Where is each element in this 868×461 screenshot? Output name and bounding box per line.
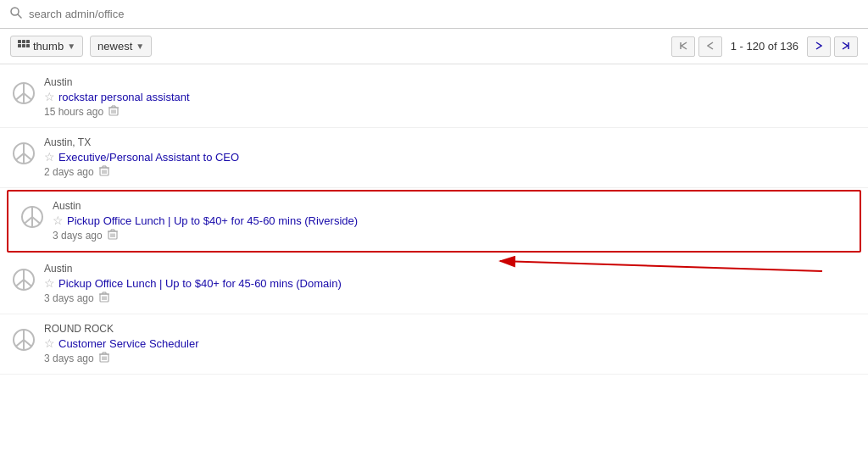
job-meta: 3 days ago xyxy=(53,229,849,242)
job-icon xyxy=(10,140,37,167)
pagination-info: 1 - 120 of 136 xyxy=(726,40,804,53)
job-title-row: ☆ Customer Service Scheduler xyxy=(44,336,858,350)
job-icon xyxy=(10,326,37,353)
job-icon xyxy=(19,203,46,230)
star-icon[interactable]: ☆ xyxy=(44,150,55,164)
next-page-button[interactable] xyxy=(807,36,831,57)
job-content: Austin ☆ rockstar personal assistant 15 … xyxy=(44,76,858,119)
trash-icon[interactable] xyxy=(99,292,109,305)
svg-line-13 xyxy=(24,93,32,100)
search-bar xyxy=(0,0,868,29)
trash-icon[interactable] xyxy=(108,105,119,119)
pagination: 1 - 120 of 136 xyxy=(671,36,858,57)
job-item-2: Austin, TX ☆ Executive/Personal Assistan… xyxy=(0,128,868,188)
job-icon xyxy=(10,266,37,293)
job-content: Austin ☆ Pickup Office Lunch | Up to $40… xyxy=(44,263,858,305)
job-time: 3 days ago xyxy=(53,230,103,242)
first-page-button[interactable] xyxy=(671,36,695,57)
svg-line-1 xyxy=(18,14,21,18)
job-title-link[interactable]: Pickup Office Lunch | Up to $40+ for 45-… xyxy=(58,277,342,290)
svg-rect-7 xyxy=(26,44,30,47)
svg-line-37 xyxy=(32,217,41,224)
star-icon[interactable]: ☆ xyxy=(53,214,64,227)
prev-page-button[interactable] xyxy=(698,36,722,57)
svg-rect-6 xyxy=(22,44,25,47)
job-meta: 3 days ago xyxy=(44,292,858,305)
job-title-row: ☆ rockstar personal assistant xyxy=(44,90,858,103)
job-item-4: Austin ☆ Pickup Office Lunch | Up to $40… xyxy=(0,254,868,314)
job-icon xyxy=(10,80,37,107)
svg-rect-3 xyxy=(22,40,25,43)
star-icon[interactable]: ☆ xyxy=(44,336,55,350)
svg-rect-5 xyxy=(18,44,21,47)
svg-line-60 xyxy=(16,340,25,347)
job-location: Austin xyxy=(44,263,858,275)
job-title-link[interactable]: rockstar personal assistant xyxy=(58,91,190,103)
job-location: Austin xyxy=(44,76,858,88)
job-item-5: ROUND ROCK ☆ Customer Service Scheduler … xyxy=(0,314,868,375)
search-icon xyxy=(10,7,22,21)
svg-line-24 xyxy=(16,153,25,160)
job-title-link[interactable]: Customer Service Scheduler xyxy=(58,337,198,350)
job-list: Austin ☆ rockstar personal assistant 15 … xyxy=(0,64,868,378)
job-location: Austin xyxy=(53,200,849,212)
view-dropdown[interactable]: thumb ▼ xyxy=(10,36,83,57)
sort-dropdown[interactable]: newest ▼ xyxy=(90,36,152,57)
job-meta: 3 days ago xyxy=(44,352,858,365)
view-label: thumb xyxy=(33,40,64,53)
job-content: Austin, TX ☆ Executive/Personal Assistan… xyxy=(44,136,858,179)
job-item-3: Austin ☆ Pickup Office Lunch | Up to $40… xyxy=(7,190,861,253)
svg-rect-4 xyxy=(26,40,30,43)
job-content: Austin ☆ Pickup Office Lunch | Up to $40… xyxy=(53,200,849,242)
sort-label: newest xyxy=(97,40,132,53)
last-page-button[interactable] xyxy=(834,36,858,57)
job-meta: 15 hours ago xyxy=(44,105,858,119)
trash-icon[interactable] xyxy=(108,229,118,242)
svg-line-36 xyxy=(25,217,33,224)
job-time: 2 days ago xyxy=(44,166,94,178)
svg-rect-2 xyxy=(18,40,21,43)
trash-icon[interactable] xyxy=(99,165,109,179)
view-dropdown-arrow: ▼ xyxy=(67,42,75,51)
job-location: Austin, TX xyxy=(44,136,858,148)
view-icon xyxy=(18,40,30,53)
main-container: thumb ▼ newest ▼ 1 - 120 of 136 xyxy=(0,0,868,461)
star-icon[interactable]: ☆ xyxy=(44,90,55,103)
svg-line-61 xyxy=(24,340,32,347)
job-title-link[interactable]: Pickup Office Lunch | Up to $40+ for 45-… xyxy=(67,214,358,227)
job-time: 15 hours ago xyxy=(44,106,103,118)
star-icon[interactable]: ☆ xyxy=(44,276,55,290)
job-item-1: Austin ☆ rockstar personal assistant 15 … xyxy=(0,68,868,128)
trash-icon[interactable] xyxy=(99,352,109,365)
job-title-row: ☆ Executive/Personal Assistant to CEO xyxy=(44,150,858,164)
job-content: ROUND ROCK ☆ Customer Service Scheduler … xyxy=(44,323,858,365)
search-input[interactable] xyxy=(29,8,858,20)
job-title-row: ☆ Pickup Office Lunch | Up to $40+ for 4… xyxy=(53,214,849,227)
job-location: ROUND ROCK xyxy=(44,323,858,335)
svg-line-48 xyxy=(16,280,25,286)
svg-line-49 xyxy=(24,280,32,286)
toolbar: thumb ▼ newest ▼ 1 - 120 of 136 xyxy=(0,29,868,64)
job-title-link[interactable]: Executive/Personal Assistant to CEO xyxy=(58,151,239,164)
job-time: 3 days ago xyxy=(44,292,94,304)
sort-dropdown-arrow: ▼ xyxy=(136,42,144,51)
job-meta: 2 days ago xyxy=(44,165,858,179)
job-title-row: ☆ Pickup Office Lunch | Up to $40+ for 4… xyxy=(44,276,858,290)
svg-line-12 xyxy=(16,93,25,100)
job-time: 3 days ago xyxy=(44,353,94,364)
svg-line-25 xyxy=(24,153,32,160)
